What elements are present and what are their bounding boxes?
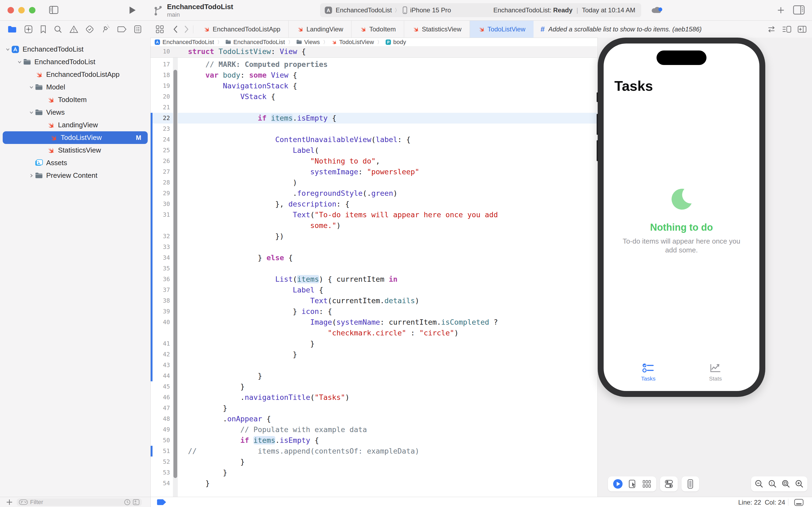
code-line-19[interactable]: 19 NavigationStack { [151, 80, 597, 91]
reports-navigator-icon[interactable] [134, 25, 142, 34]
code-line-18[interactable]: 18 var body: some View { [151, 70, 597, 80]
code-lines[interactable]: 17 // MARK: Computed properties18 var bo… [151, 59, 597, 489]
sidebar-item-enchancedtodolist[interactable]: EnchancedTodoList [0, 56, 151, 68]
sidebar-item-landingview[interactable]: LandingView [0, 119, 151, 131]
device-settings-button[interactable] [660, 476, 678, 492]
zoom-window-button[interactable] [29, 7, 36, 13]
code-line-45[interactable]: 45 } [151, 381, 597, 392]
phone-tab-tasks[interactable]: Tasks [641, 362, 656, 382]
breakpoints-toggle-icon[interactable] [156, 499, 167, 506]
sidebar-item-enchancedtodolist[interactable]: EnchancedTodoList [0, 43, 151, 56]
zoom-100-icon[interactable]: 1 [768, 480, 777, 489]
breadcrumb-item-enchancedtodolist[interactable]: EnchancedTodoList [225, 39, 285, 46]
fold-ribbon-segment[interactable] [173, 70, 177, 478]
zoom-fit-icon[interactable] [781, 480, 791, 489]
code-line-39[interactable]: 39 } icon: { [151, 306, 597, 317]
breadcrumb-item-enchancedtodolist[interactable]: EnchancedTodoList [155, 39, 214, 46]
disclosure-chevron-icon[interactable] [28, 110, 35, 115]
code-line-26[interactable]: 26 "Nothing to do", [151, 156, 597, 167]
tab-todolistview[interactable]: TodoListView [470, 21, 533, 38]
code-line-46[interactable]: 46 .navigationTitle("Tasks") [151, 392, 597, 403]
code-line-25[interactable]: 25 Label( [151, 145, 597, 156]
code-line-52[interactable]: 52 } [151, 456, 597, 467]
source-control-navigator-icon[interactable] [24, 25, 33, 34]
code-line-21[interactable]: 21 [151, 102, 597, 113]
code-line-47[interactable]: 47 } [151, 403, 597, 413]
phone-tab-stats[interactable]: Stats [709, 362, 722, 382]
code-line-30[interactable]: 30 }, description: { [151, 199, 597, 210]
code-line-43[interactable]: 43 [151, 360, 597, 371]
go-forward-icon[interactable] [182, 25, 193, 34]
code-line-41[interactable]: 41 } [151, 338, 597, 349]
minimize-window-button[interactable] [18, 7, 25, 13]
code-line-31[interactable]: 31 Text("To-do items will appear here on… [151, 210, 597, 220]
tab-landingview[interactable]: LandingView [289, 21, 351, 38]
issues-navigator-icon[interactable] [69, 25, 78, 34]
source-control-filter-icon[interactable] [133, 499, 139, 505]
code-line-33[interactable]: 33 [151, 242, 597, 252]
zoom-in-icon[interactable] [795, 480, 804, 489]
code-line-50[interactable]: 50 if items.isEmpty { [151, 435, 597, 446]
code-line-17[interactable]: 17 // MARK: Computed properties [151, 59, 597, 70]
sidebar-item-model[interactable]: Model [0, 81, 151, 94]
code-line-34[interactable]: 34 } else { [151, 252, 597, 263]
sidebar-item-views[interactable]: Views [0, 106, 151, 119]
cursor-position[interactable]: Line: 22 Col: 24 [738, 499, 785, 506]
sidebar-item-todolistview[interactable]: TodoListViewM [3, 131, 148, 144]
variants-button[interactable] [642, 480, 651, 489]
code-line-22[interactable]: 22 if items.isEmpty { [151, 113, 597, 123]
breakpoints-navigator-icon[interactable] [117, 25, 127, 33]
code-line-29[interactable]: 29 .foregroundStyle(.green) [151, 188, 597, 199]
run-destination[interactable]: iPhone 15 Pro [410, 6, 451, 14]
code-line-wrap[interactable]: some.") [151, 220, 597, 231]
code-line-27[interactable]: 27 systemImage: "powersleep" [151, 167, 597, 177]
sidebar-item-assets[interactable]: Assets [0, 157, 151, 169]
code-line-32[interactable]: 32 }) [151, 231, 597, 242]
code-line-35[interactable]: 35 [151, 263, 597, 274]
code-line-42[interactable]: 42 } [151, 349, 597, 360]
code-line-49[interactable]: 49 // Populate with example data [151, 424, 597, 435]
filter-field[interactable]: Filter [17, 498, 142, 506]
breadcrumb-item-todolistview[interactable]: TodoListView [331, 39, 374, 46]
find-navigator-icon[interactable] [54, 25, 62, 34]
code-line-40[interactable]: 40 Image(systemName: currentItem.isCompl… [151, 317, 597, 328]
code-line-51[interactable]: 51// items.append(contentsOf: exampleDat… [151, 446, 597, 456]
project-navigator-icon[interactable] [7, 25, 17, 33]
close-window-button[interactable] [7, 7, 14, 13]
go-back-icon[interactable] [169, 25, 182, 34]
tests-navigator-icon[interactable] [85, 25, 94, 34]
toggle-sidebar-icon[interactable] [49, 5, 59, 14]
add-file-button[interactable] [6, 499, 13, 506]
debug-navigator-icon[interactable] [101, 25, 110, 34]
code-line-10[interactable]: 10struct TodoListView: View { [151, 46, 597, 57]
source-control-history-tab[interactable]: # Added a scrollable list to show to-do … [533, 25, 767, 34]
run-button[interactable] [128, 6, 136, 15]
scheme-bar[interactable]: A EnchancedTodoList 〉 iPhone 15 Pro Ench… [320, 3, 641, 17]
code-line-wrap[interactable]: "checkmark.circle" : "circle") [151, 328, 597, 338]
preview-device-button[interactable] [682, 476, 699, 492]
editor-only-layout-icon[interactable] [794, 498, 804, 506]
code-line-37[interactable]: 37 Label { [151, 285, 597, 295]
jump-bar[interactable]: EnchancedTodoList〉EnchancedTodoList〉View… [151, 38, 601, 46]
code-line-20[interactable]: 20 VStack { [151, 91, 597, 102]
disclosure-chevron-icon[interactable] [16, 60, 23, 64]
zoom-out-icon[interactable] [755, 480, 764, 489]
add-tab-button[interactable] [776, 6, 785, 14]
sidebar-item-statisticsview[interactable]: StatisticsView [0, 144, 151, 157]
tab-todoitem[interactable]: TodoItem [351, 21, 404, 38]
disclosure-chevron-icon[interactable] [4, 47, 11, 52]
code-line-54[interactable]: 54 } [151, 478, 597, 489]
recent-files-icon[interactable] [124, 499, 130, 505]
disclosure-chevron-icon[interactable] [28, 85, 35, 90]
add-editor-icon[interactable] [798, 25, 807, 33]
scheme-name[interactable]: EnchancedTodoList [336, 6, 392, 14]
editor-options-icon[interactable] [782, 25, 792, 33]
related-items-icon[interactable] [151, 25, 169, 34]
tab-enchancedtodolistapp[interactable]: EnchancedTodoListApp [195, 21, 289, 38]
selectable-preview-button[interactable] [628, 480, 637, 489]
code-line-53[interactable]: 53 } [151, 467, 597, 478]
code-line-38[interactable]: 38 Text(currentItem.details) [151, 295, 597, 306]
code-line-36[interactable]: 36 List(items) { currentItem in [151, 274, 597, 285]
breadcrumb-item-views[interactable]: Views [296, 39, 320, 46]
bookmarks-navigator-icon[interactable] [40, 25, 47, 34]
